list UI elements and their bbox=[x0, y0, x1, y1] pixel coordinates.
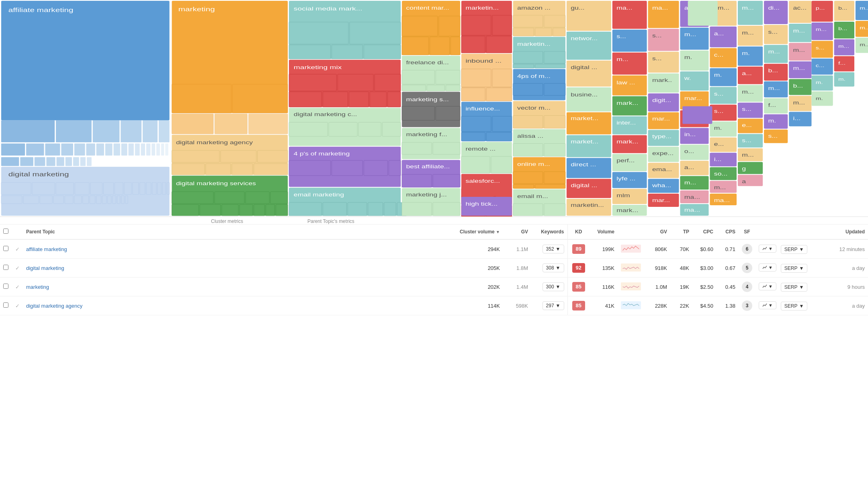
serp-dropdown-row-agency[interactable]: SERP ▼ bbox=[781, 302, 808, 310]
serp-dropdown-row-affiliate[interactable]: SERP ▼ bbox=[781, 245, 808, 254]
svg-text:m.: m. bbox=[742, 51, 750, 56]
svg-rect-244 bbox=[567, 135, 611, 157]
svg-text:mar...: mar... bbox=[652, 198, 670, 203]
gv2-header: GV bbox=[644, 225, 670, 239]
svg-rect-6 bbox=[143, 120, 158, 142]
trend-button-row-digital[interactable]: ▼ bbox=[759, 263, 776, 272]
updated-header: Updated bbox=[828, 225, 868, 239]
svg-text:a: a bbox=[742, 179, 746, 184]
row-actions-row-affiliate[interactable]: ▼ SERP ▼ bbox=[755, 239, 828, 259]
keywords-dropdown-row-digital[interactable]: 308 ▼ bbox=[542, 263, 564, 272]
svg-rect-205 bbox=[544, 51, 565, 63]
row-clvol-row-marketing: 202K bbox=[457, 278, 503, 296]
topic-link-row-marketing[interactable]: marketing bbox=[26, 284, 49, 290]
svg-text:m...: m... bbox=[793, 47, 805, 53]
keywords-dropdown-row-agency[interactable]: 297 ▼ bbox=[542, 301, 564, 310]
svg-rect-81 bbox=[206, 163, 231, 175]
row-kd-row-marketing: 85 bbox=[567, 278, 590, 296]
row-updated-row-marketing: 9 hours bbox=[828, 278, 868, 296]
svg-rect-428 bbox=[621, 282, 641, 290]
check-col-header bbox=[12, 225, 23, 239]
row-actions-row-agency[interactable]: ▼ SERP ▼ bbox=[755, 296, 828, 315]
svg-text:m.: m. bbox=[816, 80, 823, 85]
row-keywords-row-digital[interactable]: 308 ▼ bbox=[531, 259, 567, 278]
serp-dropdown-row-marketing[interactable]: SERP ▼ bbox=[781, 283, 808, 292]
row-actions-row-digital[interactable]: ▼ SERP ▼ bbox=[755, 259, 828, 278]
row-clvol-row-agency: 114K bbox=[457, 296, 503, 315]
svg-text:social media mark...: social media mark... bbox=[294, 6, 362, 11]
svg-rect-20 bbox=[141, 143, 145, 155]
svg-text:s...: s... bbox=[714, 108, 724, 114]
svg-rect-7 bbox=[159, 120, 170, 142]
svg-text:mar...: mar... bbox=[684, 95, 702, 100]
row-updated-row-agency: a day bbox=[828, 296, 868, 315]
svg-rect-60 bbox=[96, 196, 101, 204]
svg-rect-429 bbox=[621, 301, 641, 309]
topic-link-row-affiliate[interactable]: affiliate marketing bbox=[26, 246, 67, 252]
svg-rect-12 bbox=[74, 143, 85, 155]
topic-link-row-digital[interactable]: digital marketing bbox=[26, 265, 64, 271]
svg-rect-118 bbox=[358, 122, 381, 136]
svg-rect-56 bbox=[65, 196, 73, 204]
svg-rect-132 bbox=[323, 202, 346, 216]
svg-text:s...: s... bbox=[768, 133, 778, 139]
row-kd-row-digital: 92 bbox=[567, 259, 590, 278]
svg-text:marketing j...: marketing j... bbox=[406, 192, 446, 197]
svg-rect-54 bbox=[40, 196, 52, 204]
row-trend-row-digital bbox=[618, 259, 644, 278]
row-clvol-row-affiliate: 294K bbox=[457, 239, 503, 259]
row-trend-row-affiliate bbox=[618, 239, 644, 259]
keywords-header: Keywords bbox=[531, 225, 567, 239]
svg-text:m...: m... bbox=[714, 185, 726, 190]
row-topic-row-agency[interactable]: digital marketing agency bbox=[23, 296, 457, 315]
row-actions-row-marketing[interactable]: ▼ SERP ▼ bbox=[755, 278, 828, 296]
trend-button-row-affiliate[interactable]: ▼ bbox=[759, 245, 776, 253]
svg-rect-302 bbox=[680, 71, 708, 91]
row-topic-row-digital[interactable]: digital marketing bbox=[23, 259, 457, 278]
svg-text:m.: m. bbox=[816, 96, 823, 101]
svg-rect-65 bbox=[121, 196, 124, 204]
row-checkbox-row-agency[interactable] bbox=[0, 296, 12, 315]
keywords-dropdown-row-affiliate[interactable]: 352 ▼ bbox=[542, 245, 564, 253]
svg-text:a...: a... bbox=[742, 71, 752, 76]
svg-rect-10 bbox=[45, 143, 60, 155]
row-checkbox-row-marketing[interactable] bbox=[0, 278, 12, 296]
svg-rect-80 bbox=[172, 163, 205, 175]
row-checkbox-row-digital[interactable] bbox=[0, 259, 12, 278]
row-keywords-row-affiliate[interactable]: 352 ▼ bbox=[531, 239, 567, 259]
row-checkbox-row-affiliate[interactable] bbox=[0, 239, 12, 259]
select-all-checkbox[interactable] bbox=[0, 225, 12, 239]
cluster-volume-header[interactable]: Cluster volume ▼ bbox=[457, 225, 503, 239]
svg-text:mark..: mark.. bbox=[652, 78, 672, 83]
keywords-dropdown-row-marketing[interactable]: 300 ▼ bbox=[542, 282, 564, 291]
svg-rect-87 bbox=[215, 192, 244, 204]
svg-rect-42 bbox=[103, 182, 113, 194]
svg-rect-183 bbox=[461, 132, 485, 141]
svg-text:m...: m... bbox=[742, 5, 754, 10]
trend-button-row-agency[interactable]: ▼ bbox=[759, 301, 776, 309]
svg-text:mar...: mar... bbox=[652, 116, 670, 121]
row-keywords-row-marketing[interactable]: 300 ▼ bbox=[531, 278, 567, 296]
serp-dropdown-arrow: ▼ bbox=[799, 303, 804, 309]
svg-rect-240 bbox=[567, 88, 611, 112]
serp-dropdown-row-digital[interactable]: SERP ▼ bbox=[781, 264, 808, 273]
svg-text:mark...: mark... bbox=[616, 208, 638, 213]
row-cpc-row-agency: $4.50 bbox=[692, 296, 717, 315]
row-topic-row-affiliate[interactable]: affiliate marketing bbox=[23, 239, 457, 259]
svg-rect-229 bbox=[544, 204, 565, 216]
row-gv-row-digital: 1.8M bbox=[503, 259, 531, 278]
svg-rect-40 bbox=[75, 182, 89, 194]
svg-text:m...: m... bbox=[838, 43, 849, 49]
svg-rect-53 bbox=[23, 196, 39, 204]
kw-dropdown-arrow: ▼ bbox=[556, 284, 561, 290]
svg-text:inbound ...: inbound ... bbox=[465, 58, 502, 63]
row-keywords-row-agency[interactable]: 297 ▼ bbox=[531, 296, 567, 315]
cps-header: CPS bbox=[717, 225, 739, 239]
row-cpc-row-affiliate: $0.60 bbox=[692, 239, 717, 259]
row-topic-row-marketing[interactable]: marketing bbox=[23, 278, 457, 296]
svg-rect-207 bbox=[535, 64, 565, 68]
topic-link-row-agency[interactable]: digital marketing agency bbox=[26, 303, 82, 309]
sf-badge-row-marketing: 4 bbox=[742, 282, 752, 292]
trend-button-row-marketing[interactable]: ▼ bbox=[759, 282, 776, 290]
svg-text:in...: in... bbox=[684, 132, 696, 137]
